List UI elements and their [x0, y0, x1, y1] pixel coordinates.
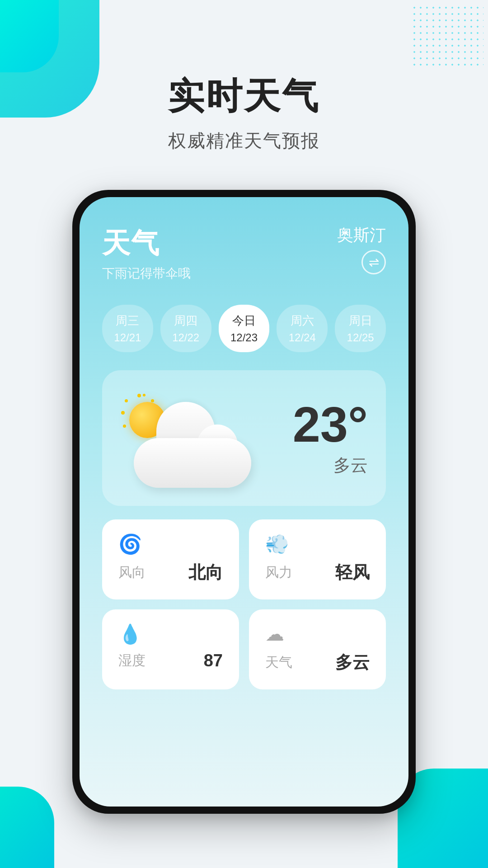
day-date-thu: 12/22: [160, 331, 211, 344]
weather-display: 23° 多云: [102, 370, 386, 506]
humidity-value: 87: [204, 651, 223, 670]
app-title: 天气: [102, 224, 191, 262]
phone-inner: 天气 下雨记得带伞哦 奥斯汀 ⇌ 周三 12/21 周四: [80, 197, 408, 807]
day-date-sat: 12/24: [277, 331, 328, 344]
weather-description: 多云: [293, 454, 368, 477]
day-name-wed: 周三: [102, 313, 153, 329]
day-item-today[interactable]: 今日 12/23: [219, 305, 270, 352]
weather-card-value: 多云: [335, 651, 370, 674]
bg-decoration-bottom-left: [0, 787, 54, 868]
temperature: 23°: [293, 400, 368, 449]
cloud-icon: [134, 415, 260, 488]
weather-card-label: 天气: [265, 653, 292, 672]
day-name-sat: 周六: [277, 313, 328, 329]
app-subtitle: 下雨记得带伞哦: [102, 265, 191, 282]
humidity-icon: 💧: [118, 625, 223, 644]
info-card-humidity: 💧 湿度 87: [102, 609, 239, 689]
app-content: 天气 下雨记得带伞哦 奥斯汀 ⇌ 周三 12/21 周四: [80, 197, 408, 807]
day-name-sun: 周日: [335, 313, 386, 329]
wind-direction-value: 北向: [188, 561, 223, 584]
header-section: 实时天气 权威精准天气预报: [0, 0, 488, 153]
humidity-label: 湿度: [118, 651, 145, 670]
phone-mockup: 天气 下雨记得带伞哦 奥斯汀 ⇌ 周三 12/21 周四: [72, 190, 416, 814]
location-name: 奥斯汀: [337, 224, 386, 246]
info-grid: 🌀 风向 北向 💨 风力 轻风: [102, 519, 386, 689]
wind-force-label: 风力: [265, 563, 292, 582]
humidity-row: 湿度 87: [118, 651, 223, 670]
page-title: 实时天气: [0, 72, 488, 121]
weather-temp-section: 23° 多云: [293, 400, 368, 477]
day-date-wed: 12/21: [102, 331, 153, 344]
wind-direction-icon: 🌀: [118, 535, 223, 554]
page-subtitle: 权威精准天气预报: [0, 128, 488, 153]
info-card-weather: ☁ 天气 多云: [249, 609, 386, 689]
day-name-thu: 周四: [160, 313, 211, 329]
day-name-today: 今日: [219, 313, 270, 329]
wind-force-row: 风力 轻风: [265, 561, 370, 584]
day-item-sat[interactable]: 周六 12/24: [277, 305, 328, 352]
app-title-section: 天气 下雨记得带伞哦: [102, 224, 191, 282]
wind-force-icon: 💨: [265, 535, 370, 554]
phone-outer: 天气 下雨记得带伞哦 奥斯汀 ⇌ 周三 12/21 周四: [72, 190, 416, 814]
weather-card-row: 天气 多云: [265, 651, 370, 674]
day-date-sun: 12/25: [335, 331, 386, 344]
day-date-today: 12/23: [219, 331, 270, 344]
weather-icon-area: [116, 388, 269, 488]
wind-direction-label: 风向: [118, 563, 145, 582]
day-selector: 周三 12/21 周四 12/22 今日 12/23 周六 12/24: [102, 305, 386, 352]
location-section: 奥斯汀 ⇌: [337, 224, 386, 274]
app-header: 天气 下雨记得带伞哦 奥斯汀 ⇌: [102, 224, 386, 282]
weather-card-icon: ☁: [265, 625, 370, 644]
wind-direction-row: 风向 北向: [118, 561, 223, 584]
day-item-wed[interactable]: 周三 12/21: [102, 305, 153, 352]
day-item-sun[interactable]: 周日 12/25: [335, 305, 386, 352]
info-card-wind-force: 💨 风力 轻风: [249, 519, 386, 599]
location-icon[interactable]: ⇌: [361, 250, 386, 274]
wind-force-value: 轻风: [335, 561, 370, 584]
day-item-thu[interactable]: 周四 12/22: [160, 305, 211, 352]
info-card-wind-direction: 🌀 风向 北向: [102, 519, 239, 599]
